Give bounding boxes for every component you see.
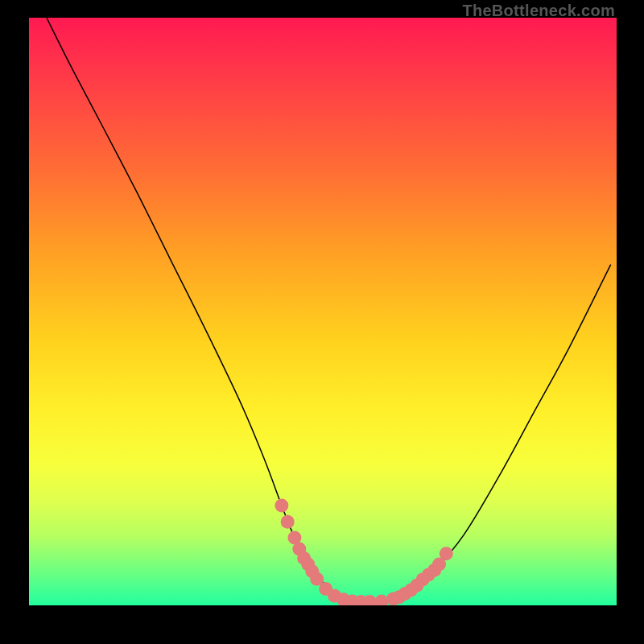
curve-marker: [275, 498, 288, 512]
curve-marker: [375, 594, 389, 605]
bottleneck-curve: [47, 18, 611, 602]
plot-svg: [29, 18, 617, 605]
chart-container: TheBottleneck.com: [0, 0, 644, 644]
marker-layer: [275, 498, 452, 605]
curve-marker: [440, 547, 453, 560]
plot-area: [29, 18, 617, 605]
curve-marker: [281, 515, 295, 529]
